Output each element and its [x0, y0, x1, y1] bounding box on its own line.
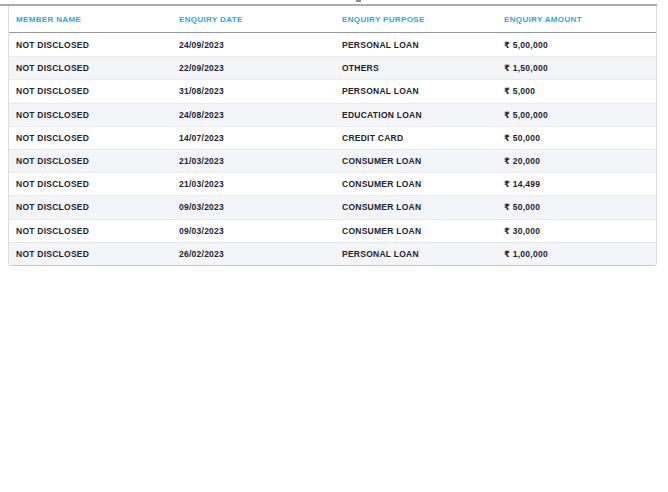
- enquiry-date-cell: 14/07/2023: [172, 133, 335, 143]
- column-header-enquiry-purpose: ENQUIRY PURPOSE: [335, 15, 497, 24]
- member-name-cell: NOT DISCLOSED: [9, 63, 172, 73]
- enquiry-purpose-cell: OTHERS: [335, 63, 497, 73]
- enquiry-amount-cell: ₹ 5,00,000: [497, 110, 656, 120]
- enquiry-amount-cell: ₹ 30,000: [497, 226, 656, 236]
- table-row: NOT DISCLOSED31/08/2023PERSONAL LOAN₹ 5,…: [9, 79, 656, 102]
- table-row: NOT DISCLOSED24/09/2023PERSONAL LOAN₹ 5,…: [9, 33, 656, 56]
- enquiry-amount-cell: ₹ 1,00,000: [497, 249, 656, 259]
- enquiry-amount-cell: ₹ 50,000: [497, 133, 656, 143]
- member-name-cell: NOT DISCLOSED: [9, 226, 172, 236]
- table-row: NOT DISCLOSED21/03/2023CONSUMER LOAN₹ 20…: [9, 149, 656, 172]
- member-name-cell: NOT DISCLOSED: [9, 156, 172, 166]
- member-name-cell: NOT DISCLOSED: [9, 133, 172, 143]
- table-row: NOT DISCLOSED22/09/2023OTHERS₹ 1,50,000: [9, 56, 656, 79]
- enquiry-date-cell: 22/09/2023: [172, 63, 335, 73]
- member-name-cell: NOT DISCLOSED: [9, 86, 172, 96]
- column-header-enquiry-amount: ENQUIRY AMOUNT: [497, 15, 656, 24]
- enquiry-amount-cell: ₹ 14,499: [497, 179, 656, 189]
- member-name-cell: NOT DISCLOSED: [9, 40, 172, 50]
- enquiry-amount-cell: ₹ 5,000: [497, 86, 656, 96]
- table-row: NOT DISCLOSED14/07/2023CREDIT CARD₹ 50,0…: [9, 126, 656, 149]
- enquiry-amount-cell: ₹ 50,000: [497, 202, 656, 212]
- member-name-cell: NOT DISCLOSED: [9, 179, 172, 189]
- cutoff-text-fragment: [356, 0, 361, 2]
- enquiry-date-cell: 21/03/2023: [172, 179, 335, 189]
- enquiry-purpose-cell: PERSONAL LOAN: [335, 86, 497, 96]
- member-name-cell: NOT DISCLOSED: [9, 202, 172, 212]
- enquiry-purpose-cell: PERSONAL LOAN: [335, 249, 497, 259]
- enquiry-purpose-cell: CONSUMER LOAN: [335, 202, 497, 212]
- enquiry-date-cell: 24/09/2023: [172, 40, 335, 50]
- enquiry-amount-cell: ₹ 1,50,000: [497, 63, 656, 73]
- enquiry-purpose-cell: CONSUMER LOAN: [335, 156, 497, 166]
- enquiry-amount-cell: ₹ 5,00,000: [497, 40, 656, 50]
- enquiry-date-cell: 09/03/2023: [172, 202, 335, 212]
- table-row: NOT DISCLOSED24/08/2023EDUCATION LOAN₹ 5…: [9, 103, 656, 126]
- table-row: NOT DISCLOSED09/03/2023CONSUMER LOAN₹ 50…: [9, 195, 656, 218]
- column-header-enquiry-date: ENQUIRY DATE: [172, 15, 335, 24]
- enquiry-purpose-cell: CONSUMER LOAN: [335, 179, 497, 189]
- table-body: NOT DISCLOSED24/09/2023PERSONAL LOAN₹ 5,…: [9, 33, 656, 265]
- table-row: NOT DISCLOSED09/03/2023CONSUMER LOAN₹ 30…: [9, 219, 656, 242]
- enquiries-table: MEMBER NAME ENQUIRY DATE ENQUIRY PURPOSE…: [8, 6, 657, 266]
- member-name-cell: NOT DISCLOSED: [9, 249, 172, 259]
- enquiry-date-cell: 26/02/2023: [172, 249, 335, 259]
- member-name-cell: NOT DISCLOSED: [9, 110, 172, 120]
- table-header-row: MEMBER NAME ENQUIRY DATE ENQUIRY PURPOSE…: [9, 6, 656, 33]
- enquiry-purpose-cell: CREDIT CARD: [335, 133, 497, 143]
- enquiry-amount-cell: ₹ 20,000: [497, 156, 656, 166]
- enquiry-date-cell: 31/08/2023: [172, 86, 335, 96]
- column-header-member-name: MEMBER NAME: [9, 15, 172, 24]
- enquiry-date-cell: 21/03/2023: [172, 156, 335, 166]
- table-row: NOT DISCLOSED21/03/2023CONSUMER LOAN₹ 14…: [9, 172, 656, 195]
- enquiry-date-cell: 09/03/2023: [172, 226, 335, 236]
- enquiry-purpose-cell: EDUCATION LOAN: [335, 110, 497, 120]
- enquiry-purpose-cell: CONSUMER LOAN: [335, 226, 497, 236]
- table-row: NOT DISCLOSED26/02/2023PERSONAL LOAN₹ 1,…: [9, 242, 656, 265]
- enquiry-date-cell: 24/08/2023: [172, 110, 335, 120]
- enquiry-purpose-cell: PERSONAL LOAN: [335, 40, 497, 50]
